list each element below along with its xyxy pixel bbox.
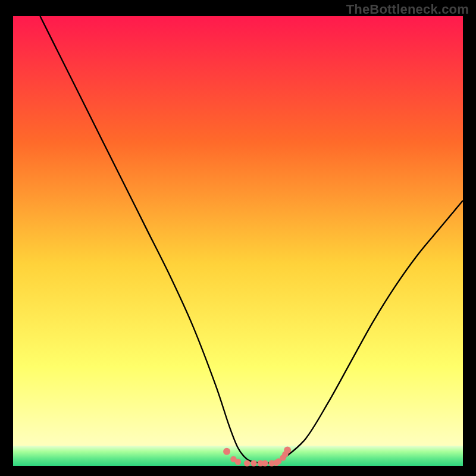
plot-frame [13,16,463,466]
marker-dot [235,459,241,465]
marker-dot [284,447,291,454]
watermark-text: TheBottleneck.com [346,2,469,17]
marker-dot [244,460,250,466]
bottleneck-curve [13,16,463,466]
marker-dot [250,460,256,466]
plot-area [13,16,463,466]
marker-dot [262,460,268,466]
marker-group [223,447,291,466]
curve-line [40,16,463,463]
marker-dot [223,448,230,455]
